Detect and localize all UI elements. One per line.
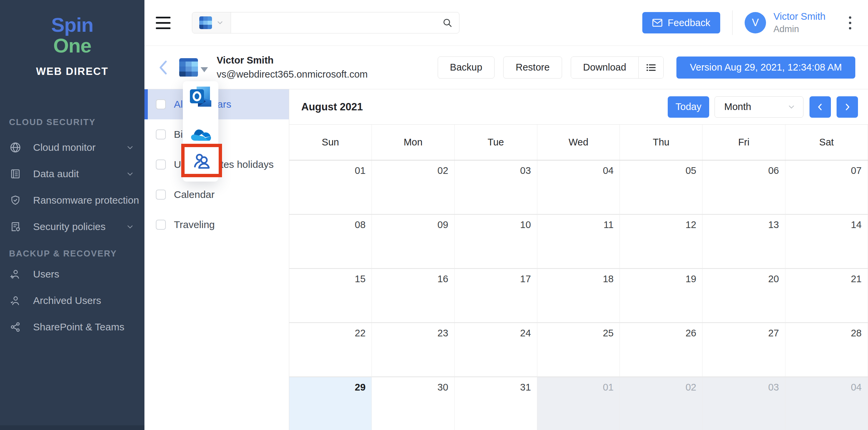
sidebar-item-archived-users[interactable]: Archived Users	[0, 287, 145, 314]
search-icon[interactable]	[442, 18, 453, 28]
nav-section-title: CLOUD SECURITY	[0, 117, 145, 129]
sidebar-item-label: Data audit	[33, 168, 126, 180]
download-button[interactable]: Download	[571, 57, 638, 78]
checkbox[interactable]	[156, 190, 166, 199]
calendar-day-cell[interactable]: 15	[289, 269, 372, 323]
calendar-day-cell[interactable]: 28	[785, 323, 868, 377]
calendar-list-label: Traveling	[174, 219, 215, 231]
calendar-day-cell[interactable]: 19	[620, 269, 703, 323]
service-selector[interactable]	[179, 58, 208, 77]
sidebar-item-label: Archived Users	[33, 295, 135, 306]
calendar-day-cell[interactable]: 17	[455, 269, 537, 323]
weekday-header: Mon	[372, 125, 455, 160]
calendar-day-cell[interactable]: 02	[372, 160, 455, 215]
calendar-list-item-calendar[interactable]: Calendar	[145, 180, 289, 210]
calendar-day-cell[interactable]: 05	[620, 160, 703, 215]
checkbox[interactable]	[156, 220, 166, 230]
today-button[interactable]: Today	[668, 96, 709, 118]
avatar-initial: V	[752, 17, 759, 29]
checkbox[interactable]	[156, 129, 166, 140]
backup-button[interactable]: Backup	[438, 57, 495, 79]
subheader-user-name: Victor Smith	[217, 55, 368, 66]
weekday-header: Thu	[620, 125, 703, 160]
calendar-day-cell[interactable]: 04	[537, 160, 620, 215]
calendar-day-cell[interactable]: 18	[537, 269, 620, 323]
restore-button[interactable]: Restore	[503, 57, 562, 79]
calendar-day-cell[interactable]: 16	[372, 269, 455, 323]
calendar-day-cell[interactable]: 04	[785, 377, 868, 430]
calendar-day-cell[interactable]: 01	[289, 160, 372, 215]
feedback-button[interactable]: Feedback	[642, 12, 720, 33]
hamburger-menu-icon[interactable]	[156, 17, 170, 29]
calendar-day-cell[interactable]: 06	[703, 160, 785, 215]
feedback-label: Feedback	[668, 18, 710, 28]
sidebar-item-sharepoint-teams[interactable]: SharePoint & Teams	[0, 314, 145, 340]
subheader: Victor Smith vs@webdirect365.onmicrosoft…	[145, 46, 868, 89]
calendar-day-cell[interactable]: 25	[537, 323, 620, 377]
checkbox[interactable]	[156, 159, 166, 170]
calendar-day-cell[interactable]: 09	[372, 215, 455, 269]
global-search	[192, 12, 459, 33]
content: All calendarsBirthdaysUnited States holi…	[145, 89, 868, 430]
sidebar-item-label: Security policies	[33, 221, 126, 233]
service-option-outlook[interactable]	[183, 87, 218, 108]
calendar-day-cell[interactable]: 03	[455, 160, 537, 215]
calendar-day-cell[interactable]: 27	[703, 323, 785, 377]
search-input[interactable]	[231, 12, 459, 33]
sidebar-item-cloud-monitor[interactable]: Cloud monitor	[0, 134, 145, 160]
service-option-people[interactable]	[192, 151, 212, 171]
nav-section-title: BACKUP & RECOVERY	[0, 248, 145, 261]
user-add-icon	[9, 268, 22, 280]
avatar[interactable]: V	[745, 12, 766, 33]
checkbox[interactable]	[156, 99, 166, 109]
calendar-day-cell[interactable]: 24	[455, 323, 537, 377]
calendar-day-cell[interactable]: 23	[372, 323, 455, 377]
calendar-day-cell[interactable]: 22	[289, 323, 372, 377]
calendar-day-cell[interactable]: 02	[620, 377, 703, 430]
topbar-user-name: Victor Smith	[773, 11, 826, 22]
onedrive-icon	[190, 128, 211, 142]
next-month-button[interactable]	[837, 96, 858, 118]
sidebar-item-users[interactable]: Users	[0, 261, 145, 287]
back-button[interactable]	[157, 60, 169, 75]
data-audit-icon	[9, 167, 22, 180]
calendar-day-cell[interactable]: 13	[703, 215, 785, 269]
annotation-highlight-box	[181, 144, 222, 177]
calendar-header: August 2021 Today Month	[289, 89, 868, 125]
calendar-day-cell[interactable]: 26	[620, 323, 703, 377]
calendar-title: August 2021	[301, 101, 363, 113]
prev-month-button[interactable]	[809, 96, 831, 118]
calendar-day-cell[interactable]: 08	[289, 215, 372, 269]
shield-check-icon	[9, 194, 22, 207]
sidebar-item-security-policies[interactable]: Security policies	[0, 213, 145, 240]
calendar-day-cell[interactable]: 11	[537, 215, 620, 269]
chevron-down-icon	[126, 169, 135, 179]
topbar-divider	[732, 10, 733, 35]
calendar-day-cell[interactable]: 20	[703, 269, 785, 323]
kebab-menu-icon[interactable]	[847, 14, 853, 31]
topbar: Feedback V Victor Smith Admin	[145, 0, 868, 46]
service-tile-icon	[179, 58, 198, 77]
share-icon	[9, 321, 22, 333]
calendar-list-item-traveling[interactable]: Traveling	[145, 210, 289, 240]
calendar-day-cell[interactable]: 03	[703, 377, 785, 430]
sidebar-item-ransomware-protection[interactable]: Ransomware protection	[0, 187, 145, 213]
calendar-day-cell[interactable]: 30	[372, 377, 455, 430]
calendar-day-cell[interactable]: 21	[785, 269, 868, 323]
version-button[interactable]: Version Aug 29, 2021, 12:34:08 AM	[676, 57, 855, 79]
list-icon	[646, 63, 656, 72]
sidebar-item-data-audit[interactable]: Data audit	[0, 160, 145, 187]
calendar-day-cell[interactable]: 29	[289, 377, 372, 430]
calendar-day-cell[interactable]: 07	[785, 160, 868, 215]
calendar-day-cell[interactable]: 14	[785, 215, 868, 269]
service-option-onedrive[interactable]	[183, 128, 218, 142]
calendar-day-cell[interactable]: 12	[620, 215, 703, 269]
calendar-day-cell[interactable]: 10	[455, 215, 537, 269]
weekday-header: Wed	[537, 125, 620, 160]
action-buttons: Backup Restore Download Version Aug 29, …	[438, 57, 855, 79]
download-list-button[interactable]	[639, 57, 663, 78]
service-filter-dropdown[interactable]	[192, 12, 231, 33]
view-select[interactable]: Month	[715, 96, 803, 118]
calendar-day-cell[interactable]: 31	[455, 377, 537, 430]
calendar-day-cell[interactable]: 01	[537, 377, 620, 430]
